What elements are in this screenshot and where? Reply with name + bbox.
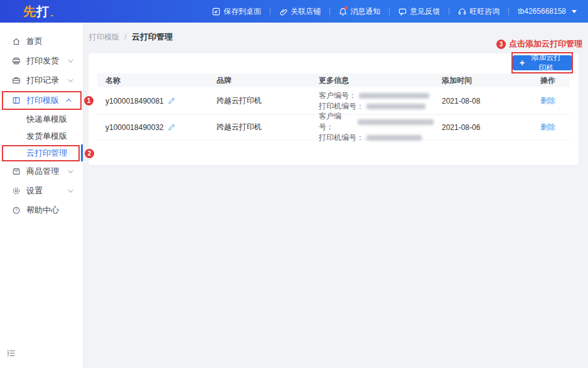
- customer-code-label: 客户编号：: [319, 111, 355, 133]
- topbar-menu: 保存到桌面 关联店铺 消息通知 意见反馈 旺旺咨询 tb4265668158: [210, 6, 579, 17]
- print-record-icon: [11, 75, 21, 85]
- added-time: 2021-08-06: [434, 123, 532, 132]
- sidebar-item-home[interactable]: 首页: [0, 31, 83, 51]
- annotation-box-add-button: + 添加云打印机: [511, 52, 573, 73]
- logo-char-2: 打: [36, 3, 50, 20]
- breadcrumb-current: 云打印管理: [132, 32, 173, 41]
- gear-icon: [11, 186, 21, 195]
- annotation-step-3: 3 点击添加云打印管理: [496, 38, 582, 50]
- sidebar-nav: 首页 打印发货 打印记录 打印模版 快递单模版 发货单模版 云打印管理 商品管: [0, 23, 83, 220]
- edit-icon[interactable]: [168, 97, 176, 105]
- printer-code-redacted: [366, 104, 425, 109]
- bell-icon: [339, 8, 347, 16]
- content-card: 名称 品牌 更多信息 添加时间 操作 y1000018490081 跨越云打印机…: [88, 53, 579, 165]
- home-icon: [11, 36, 21, 46]
- topbar-item-label: 消息通知: [350, 6, 380, 17]
- annotation-step-3-text: 点击添加云打印管理: [509, 38, 582, 50]
- sidebar-item-label: 发货单模版: [26, 131, 67, 142]
- plus-icon: +: [520, 58, 525, 67]
- app-logo: 先打-: [23, 3, 54, 20]
- annotation-box-step-1: [2, 91, 82, 110]
- divider: [508, 8, 509, 15]
- topbar-item-label: 保存到桌面: [223, 6, 261, 17]
- printer-name: y1000018490081: [105, 97, 164, 106]
- sidebar-item-label: 首页: [26, 36, 43, 47]
- sidebar-item-label: 帮助中心: [26, 205, 59, 216]
- printer-table: 名称 品牌 更多信息 添加时间 操作 y1000018490081 跨越云打印机…: [97, 73, 570, 140]
- sidebar-item-print-ship[interactable]: 打印发货: [0, 51, 83, 70]
- breadcrumb-parent[interactable]: 打印模版: [89, 33, 119, 41]
- sidebar-item-settings[interactable]: 设置: [0, 181, 83, 200]
- sidebar-item-print-records[interactable]: 打印记录: [0, 70, 83, 90]
- caret-down-icon: [572, 10, 577, 13]
- column-header-actions: 操作: [532, 75, 570, 86]
- menu-collapse-icon[interactable]: [6, 349, 16, 360]
- sidebar-item-label: 设置: [26, 185, 43, 197]
- printer-info: 客户编号： 打印机编号：: [311, 111, 434, 143]
- column-header-added-time: 添加时间: [434, 75, 532, 86]
- add-cloud-printer-button[interactable]: + 添加云打印机: [513, 55, 572, 70]
- goods-icon: [11, 166, 21, 176]
- logo-accent: -: [50, 10, 54, 20]
- sidebar-item-goods[interactable]: 商品管理: [0, 161, 83, 181]
- printer-name: y1000018490032: [105, 123, 164, 132]
- svg-text:?: ?: [15, 208, 18, 212]
- sidebar-item-express-template[interactable]: 快递单模版: [0, 111, 83, 127]
- main-content: 打印模版 / 云打印管理 3 点击添加云打印管理 名称 品牌 更多信息 添加时间…: [83, 23, 588, 368]
- add-button-label: 添加云打印机: [528, 52, 565, 73]
- topbar: 先打- 保存到桌面 关联店铺 消息通知 意见反馈 旺旺咨询: [0, 0, 588, 23]
- sidebar-item-help[interactable]: ? 帮助中心: [0, 200, 83, 220]
- table-header-row: 名称 品牌 更多信息 添加时间 操作: [97, 73, 570, 87]
- delete-link[interactable]: 删除: [540, 96, 555, 105]
- help-icon: ?: [11, 205, 21, 215]
- chevron-down-icon: [68, 168, 73, 173]
- breadcrumb-separator: /: [124, 33, 126, 41]
- sidebar-item-label: 快递单模版: [26, 114, 67, 125]
- sidebar: 首页 打印发货 打印记录 打印模版 快递单模版 发货单模版 云打印管理 商品管: [0, 23, 83, 368]
- printer-code-label: 打印机编号：: [319, 133, 364, 143]
- save-to-desktop-button[interactable]: 保存到桌面: [210, 6, 264, 17]
- column-header-info: 更多信息: [311, 75, 434, 86]
- topbar-item-label: 关联店铺: [291, 6, 321, 17]
- topbar-item-label: 旺旺咨询: [469, 6, 500, 17]
- sidebar-item-label: 打印记录: [26, 75, 59, 86]
- divider: [389, 8, 390, 15]
- step-badge-2: 2: [85, 149, 94, 158]
- annotation-box-step-2: [2, 145, 80, 161]
- desktop-save-icon: [212, 8, 220, 16]
- customer-code-redacted: [358, 119, 434, 125]
- chevron-down-icon: [68, 77, 73, 82]
- headset-icon: [458, 8, 466, 16]
- sidebar-item-shipping-template[interactable]: 发货单模版: [0, 127, 83, 144]
- customer-code-label: 客户编号：: [319, 90, 356, 101]
- printer-brand: 跨越云打印机: [208, 122, 311, 133]
- account-menu[interactable]: tb4265668158: [515, 7, 579, 16]
- notification-dot: [345, 6, 348, 9]
- divider: [329, 8, 330, 15]
- added-time: 2021-08-08: [434, 97, 532, 106]
- chevron-down-icon: [68, 57, 73, 62]
- printer-code-label: 打印机编号：: [319, 101, 364, 112]
- chevron-down-icon: [68, 187, 73, 192]
- printer-icon: [11, 56, 21, 65]
- account-name: tb4265668158: [518, 7, 566, 16]
- feedback-icon: [398, 8, 407, 16]
- sidebar-item-label: 打印发货: [26, 55, 59, 67]
- link-shop-button[interactable]: 关联店铺: [277, 6, 323, 17]
- topbar-item-label: 意见反馈: [410, 6, 440, 17]
- step-badge-1: 1: [84, 96, 94, 106]
- delete-link[interactable]: 删除: [540, 122, 555, 131]
- step-badge-3: 3: [496, 40, 506, 49]
- divider: [449, 8, 449, 15]
- edit-icon[interactable]: [168, 123, 176, 131]
- divider: [270, 8, 270, 15]
- wangwang-support-button[interactable]: 旺旺咨询: [456, 6, 502, 17]
- customer-code-redacted: [359, 93, 429, 99]
- column-header-brand: 品牌: [208, 75, 311, 86]
- column-header-name: 名称: [97, 75, 208, 86]
- printer-info: 客户编号： 打印机编号：: [311, 90, 434, 112]
- logo-char-1: 先: [23, 3, 36, 20]
- notifications-button[interactable]: 消息通知: [336, 6, 383, 17]
- sidebar-item-label: 商品管理: [26, 166, 59, 177]
- feedback-button[interactable]: 意见反馈: [396, 6, 442, 17]
